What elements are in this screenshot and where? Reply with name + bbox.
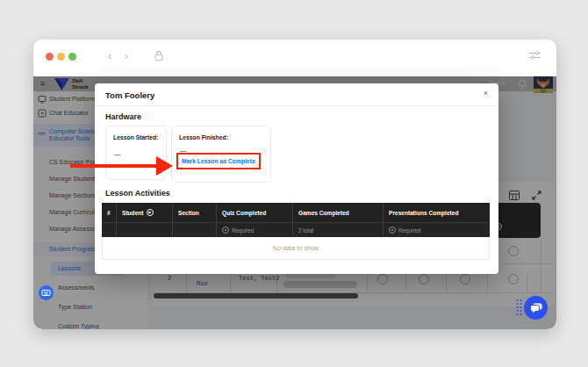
annotation-arrow-head (156, 156, 173, 176)
lesson-activities-title: Lesson Activities (105, 189, 170, 198)
annotation-highlight-box: Mark Lesson as Complete (176, 153, 261, 169)
lesson-finished-label: Lesson Finished: (179, 134, 228, 140)
games-total-badge: 2 total (293, 222, 384, 237)
chat-support-button[interactable] (524, 296, 548, 320)
annotation-arrow (70, 164, 157, 168)
student-filter-icon[interactable] (147, 209, 154, 216)
type-station-badge-icon[interactable] (39, 285, 54, 300)
lesson-finished-card: Lesson Finished: — Mark Lesson as Comple… (171, 126, 271, 183)
nav-back-button[interactable]: ‹ (108, 50, 111, 62)
quiz-required-badge: Required (217, 222, 293, 237)
mark-lesson-complete-link[interactable]: Mark Lesson as Complete (182, 158, 255, 164)
traffic-zoom-button[interactable] (68, 53, 76, 61)
desktop-background: ‹ › ≡ Skill Struck Taylor (0, 0, 588, 367)
browser-menu-icon[interactable] (529, 51, 541, 60)
table-subheader-row: Required 2 total Required (102, 222, 490, 237)
col-header-student: Student (117, 203, 173, 222)
col-header-presentations: Presentations Completed (384, 203, 490, 222)
col-header-number: # (102, 203, 117, 222)
nav-forward-button[interactable]: › (125, 50, 128, 62)
table-empty-state: No data to show (102, 237, 490, 260)
required-icon (389, 227, 396, 234)
traffic-minimize-button[interactable] (57, 53, 65, 61)
lesson-activities-table: # Student Section Quiz Completed Games C… (102, 203, 490, 260)
presentations-required-badge: Required (384, 222, 490, 237)
lesson-detail-modal: Tom Foolery × Hardware Lesson Started: —… (95, 83, 498, 274)
widget-drag-handle[interactable] (516, 299, 522, 316)
lock-icon (154, 50, 164, 61)
table-header-row: # Student Section Quiz Completed Games C… (102, 203, 490, 222)
col-header-section: Section (173, 203, 217, 222)
modal-close-button[interactable]: × (484, 89, 488, 97)
col-header-games: Games Completed (293, 203, 384, 222)
required-icon (222, 227, 229, 234)
lesson-started-label: Lesson Started: (113, 134, 158, 140)
traffic-close-button[interactable] (46, 53, 54, 61)
modal-title: Tom Foolery (105, 90, 154, 100)
lesson-started-value: — (114, 150, 121, 158)
col-header-quiz: Quiz Completed (217, 203, 293, 222)
lesson-title: Hardware (105, 112, 141, 121)
browser-chrome: ‹ › (33, 40, 556, 76)
